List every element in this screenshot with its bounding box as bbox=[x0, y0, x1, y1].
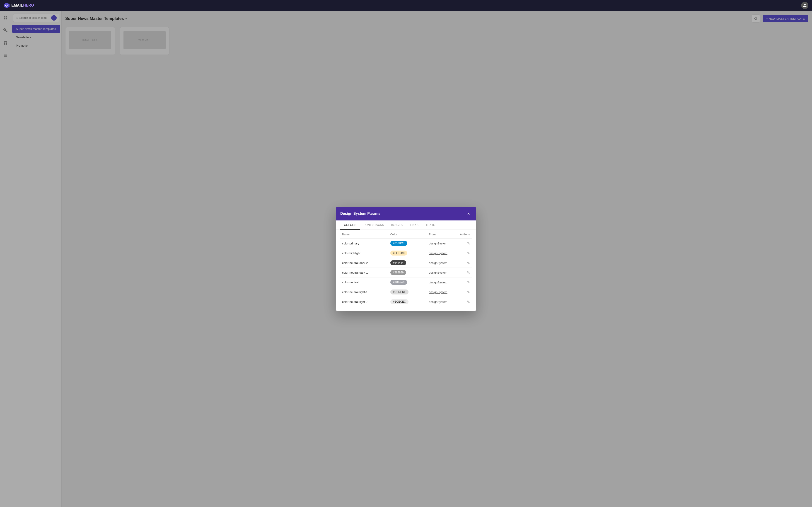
color-badge-cell: #999999 bbox=[389, 268, 427, 278]
app-name: EMAILHERO bbox=[11, 3, 34, 7]
color-actions-cell: ✎ bbox=[458, 297, 472, 307]
tab-links[interactable]: LINKS bbox=[406, 220, 422, 230]
main-content: Super News Master Templates ▾ + NEW MAST… bbox=[62, 11, 812, 507]
color-badge-cell: #FFE9B8 bbox=[389, 248, 427, 258]
edit-icon[interactable]: ✎ bbox=[467, 271, 470, 275]
modal-overlay: Design System Params × COLORS FONT STACK… bbox=[62, 11, 812, 507]
color-name-cell: color-neutral-dark-2 bbox=[340, 258, 389, 268]
color-actions-cell: ✎ bbox=[458, 268, 472, 278]
color-from-cell: designSystem bbox=[427, 248, 458, 258]
table-row: color-neutral-dark-1 #999999 designSyste… bbox=[340, 268, 472, 278]
edit-icon[interactable]: ✎ bbox=[467, 241, 470, 245]
color-actions-cell: ✎ bbox=[458, 287, 472, 297]
color-badge-cell: #058BCE bbox=[389, 238, 427, 248]
table-row: color-neutral-light-2 #ECECEC designSyst… bbox=[340, 297, 472, 307]
color-from-cell: designSystem bbox=[427, 297, 458, 307]
col-header-name: Name bbox=[340, 230, 389, 238]
modal-body: Name Color From Actions color-primary #0… bbox=[336, 230, 476, 311]
modal-header: Design System Params × bbox=[336, 207, 476, 220]
logo-icon bbox=[4, 2, 10, 9]
edit-icon[interactable]: ✎ bbox=[467, 251, 470, 255]
edit-icon[interactable]: ✎ bbox=[467, 290, 470, 294]
app-layout: + Super News Master Templates Newsletter… bbox=[0, 0, 812, 507]
from-link[interactable]: designSystem bbox=[429, 271, 448, 274]
color-name-cell: color-neutral bbox=[340, 278, 389, 287]
color-from-cell: designSystem bbox=[427, 278, 458, 287]
tab-texts[interactable]: TEXTS bbox=[422, 220, 439, 230]
modal-tabs: COLORS FONT STACKS IMAGES LINKS TEXTS bbox=[336, 220, 476, 230]
col-header-from: From bbox=[427, 230, 458, 238]
tab-font-stacks[interactable]: FONT STACKS bbox=[360, 220, 388, 230]
from-link[interactable]: designSystem bbox=[429, 281, 448, 284]
col-header-color: Color bbox=[389, 230, 427, 238]
table-row: color-primary #058BCE designSystem ✎ bbox=[340, 238, 472, 248]
modal-title: Design System Params bbox=[340, 212, 380, 216]
color-actions-cell: ✎ bbox=[458, 238, 472, 248]
color-name-cell: color-neutral-light-2 bbox=[340, 297, 389, 307]
color-name-cell: color-neutral-light-1 bbox=[340, 287, 389, 297]
color-from-cell: designSystem bbox=[427, 287, 458, 297]
color-from-cell: designSystem bbox=[427, 268, 458, 278]
topbar: EMAILHERO bbox=[0, 0, 812, 11]
color-actions-cell: ✎ bbox=[458, 248, 472, 258]
colors-table: Name Color From Actions color-primary #0… bbox=[340, 230, 472, 306]
color-name-cell: color-neutral-dark-1 bbox=[340, 268, 389, 278]
color-badge-cell: #ECECEC bbox=[389, 297, 427, 307]
app-logo: EMAILHERO bbox=[4, 2, 34, 9]
from-link[interactable]: designSystem bbox=[429, 242, 448, 245]
color-badge-cell: #A0A2A9 bbox=[389, 278, 427, 287]
table-row: color-neutral-light-1 #DEDEDE designSyst… bbox=[340, 287, 472, 297]
color-badge-cell: #DEDEDE bbox=[389, 287, 427, 297]
from-link[interactable]: designSystem bbox=[429, 261, 448, 265]
table-row: color-neutral #A0A2A9 designSystem ✎ bbox=[340, 278, 472, 287]
modal-close-button[interactable]: × bbox=[465, 211, 472, 217]
from-link[interactable]: designSystem bbox=[429, 290, 448, 294]
edit-icon[interactable]: ✎ bbox=[467, 261, 470, 265]
table-row: color-highlight #FFE9B8 designSystem ✎ bbox=[340, 248, 472, 258]
color-actions-cell: ✎ bbox=[458, 278, 472, 287]
from-link[interactable]: designSystem bbox=[429, 300, 448, 303]
color-from-cell: designSystem bbox=[427, 238, 458, 248]
avatar[interactable] bbox=[801, 2, 808, 9]
tab-images[interactable]: IMAGES bbox=[388, 220, 406, 230]
color-name-cell: color-highlight bbox=[340, 248, 389, 258]
design-system-modal: Design System Params × COLORS FONT STACK… bbox=[336, 207, 476, 311]
color-badge-cell: #444444 bbox=[389, 258, 427, 268]
col-header-actions: Actions bbox=[458, 230, 472, 238]
table-header-row: Name Color From Actions bbox=[340, 230, 472, 238]
svg-marker-0 bbox=[4, 3, 9, 8]
edit-icon[interactable]: ✎ bbox=[467, 300, 470, 304]
color-name-cell: color-primary bbox=[340, 238, 389, 248]
from-link[interactable]: designSystem bbox=[429, 251, 448, 255]
color-actions-cell: ✎ bbox=[458, 258, 472, 268]
table-row: color-neutral-dark-2 #444444 designSyste… bbox=[340, 258, 472, 268]
edit-icon[interactable]: ✎ bbox=[467, 280, 470, 284]
color-from-cell: designSystem bbox=[427, 258, 458, 268]
tab-colors[interactable]: COLORS bbox=[340, 220, 360, 230]
